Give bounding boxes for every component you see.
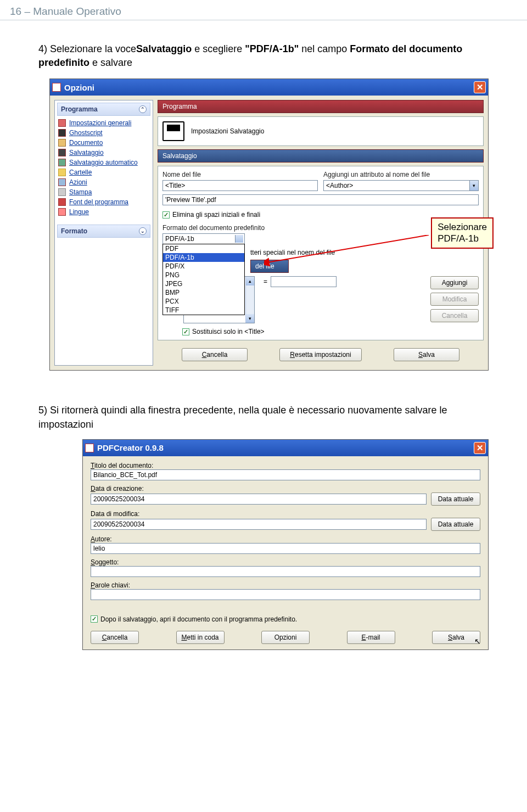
formato-opt-pdf[interactable]: PDF	[163, 244, 244, 253]
formato-current[interactable]: PDF/A-1b	[162, 233, 245, 244]
formato-opt-pdfa1b[interactable]: PDF/A-1b	[163, 253, 244, 262]
ghost-icon	[58, 129, 66, 137]
resetta-button[interactable]: Resetta impostazioni	[279, 348, 362, 361]
sidebar-item-font[interactable]: Font del programma	[57, 197, 150, 207]
sidebar-item-salvataggio[interactable]: Salvataggio	[57, 148, 150, 158]
app-icon	[85, 444, 94, 452]
formato-dropdown-list[interactable]: PDF PDF/A-1b PDF/X PNG JPEG BMP PCX TIFF	[162, 244, 245, 315]
callout-selezionare: Selezionare PDF/A-1b	[431, 217, 494, 249]
salva-button[interactable]: Salva	[394, 348, 459, 361]
nome-file-label: Nome del file	[162, 171, 318, 178]
close-icon[interactable]: ✕	[474, 442, 486, 454]
save-icon	[58, 149, 66, 156]
formato-opt-jpeg[interactable]: JPEG	[163, 279, 244, 288]
bold-pdfa: "PDF/A-1b"	[245, 43, 299, 54]
autosave-icon	[58, 159, 66, 166]
data-attuale-button-2[interactable]: Data attuale	[431, 518, 480, 531]
preview-input[interactable]	[162, 194, 479, 205]
bold-salvataggio: Salvataggio	[136, 43, 192, 54]
formato-label: Formato del documento predefinito	[162, 224, 265, 232]
email-button[interactable]: E-mail	[347, 631, 395, 644]
autore-input[interactable]	[91, 543, 480, 554]
page-header: 16 – Manuale Operativo	[0, 0, 527, 20]
sidebar-item-cartelle[interactable]: Cartelle	[57, 167, 150, 177]
datamod-label: Data di modifica:	[91, 510, 139, 518]
chevron-down-icon[interactable]: ▾	[469, 181, 478, 191]
equals-label: =	[264, 278, 267, 285]
settings-icon	[58, 119, 66, 127]
panel-imp-salvataggio: Impostazioni Salvataggio	[158, 116, 484, 146]
sidebar-item-imp-generali[interactable]: Impostazioni generali	[57, 118, 150, 128]
sidebar-section-programma[interactable]: Programma ⌃	[57, 103, 150, 116]
sidebar-item-documento[interactable]: Documento	[57, 138, 150, 148]
disk-icon	[162, 121, 184, 141]
bottom-buttons: Cancella Resetta impostazioni Salva	[158, 344, 484, 366]
datacr-label: Data di creazione:	[91, 485, 144, 492]
print-icon	[58, 188, 66, 196]
cancella-button[interactable]: Cancella	[91, 631, 139, 644]
folder-icon	[58, 169, 66, 176]
scroll-up-icon[interactable]: ▴	[246, 277, 254, 285]
soggetto-input[interactable]	[91, 566, 480, 577]
replace-with-input[interactable]	[271, 276, 337, 287]
sidebar-item-ghostscript[interactable]: Ghostscript	[57, 128, 150, 138]
titolo-input[interactable]	[91, 469, 480, 480]
chevron-up-icon[interactable]: ⌃	[139, 105, 147, 113]
titlebar: PDFCreator 0.9.8 ✕	[83, 440, 488, 456]
aggiungi-button[interactable]: Aggiungi	[430, 276, 479, 289]
formato-opt-bmp[interactable]: BMP	[163, 288, 244, 297]
chevron-down-icon[interactable]: ⌄	[139, 227, 147, 235]
parole-input[interactable]	[91, 589, 480, 600]
soggetto-label: Soggetto:	[91, 558, 119, 566]
formato-opt-pcx[interactable]: PCX	[163, 297, 244, 306]
chk-dopo-salvataggio[interactable]: ✓ Dopo il salvataggio, apri il documento…	[91, 615, 480, 623]
window-title: PDFCreator 0.9.8	[97, 443, 164, 452]
autore-label: Autore:	[91, 535, 112, 543]
metti-in-coda-button[interactable]: Metti in coda	[176, 631, 225, 644]
aggiungi-attr-select[interactable]	[323, 180, 479, 191]
sidebar-item-lingue[interactable]: Lingue	[57, 207, 150, 217]
actions-icon	[58, 178, 66, 186]
app-icon	[52, 83, 61, 92]
close-icon[interactable]: ✕	[474, 81, 486, 93]
sidebar-item-stampa[interactable]: Stampa	[57, 187, 150, 197]
datamod-input[interactable]	[91, 519, 427, 530]
scrollbar[interactable]: ▴ ▾	[245, 277, 254, 323]
parole-label: Parole chiavi:	[91, 581, 130, 589]
cancella-button[interactable]: Cancella	[182, 348, 248, 361]
chk-sostituisci[interactable]: ✓ Sostituisci solo in <Title>	[182, 328, 479, 335]
formato-opt-tiff[interactable]: TIFF	[163, 306, 244, 315]
sidebar: Programma ⌃ Impostazioni generali Ghosts…	[54, 100, 153, 366]
panel-header-salvataggio: Salvataggio	[158, 149, 484, 163]
window-title: Opzioni	[64, 83, 94, 92]
opzioni-button[interactable]: Opzioni	[261, 631, 310, 644]
modifica-button[interactable]: Modifica	[430, 293, 479, 306]
options-window: Opzioni ✕ Programma ⌃ Impostazioni gener…	[49, 79, 489, 371]
formato-opt-pdfx[interactable]: PDF/X	[163, 262, 244, 271]
cancella-sost-button[interactable]: Cancella	[430, 309, 479, 322]
titlebar: Opzioni ✕	[50, 79, 488, 96]
aggiungi-attr-label: Aggiungi un attributo al nome del file	[323, 171, 479, 178]
sidebar-item-salv-auto[interactable]: Salvataggio automatico	[57, 158, 150, 167]
sidebar-item-azioni[interactable]: Azioni	[57, 177, 150, 187]
instruction-4: 4) Selezionare la voce Salvataggio e sce…	[0, 20, 527, 75]
panel-header-programma: Programma	[158, 100, 484, 113]
formato-select[interactable]: PDF/A-1b PDF PDF/A-1b PDF/X PNG JPEG BMP…	[162, 233, 245, 244]
titolo-label: Titolo del documento:	[91, 462, 153, 469]
data-attuale-button[interactable]: Data attuale	[431, 492, 480, 506]
partial-caratteri-label: tteri speciali nel noem del file	[250, 249, 479, 256]
formato-opt-png[interactable]: PNG	[163, 271, 244, 279]
scroll-down-icon[interactable]: ▾	[246, 314, 254, 323]
salva-button[interactable]: Salva ↖	[432, 631, 480, 644]
nome-file-input[interactable]	[162, 180, 318, 191]
sidebar-section-formato[interactable]: Formato ⌄	[57, 225, 150, 238]
document-icon	[58, 139, 66, 147]
pdfcreator-window: PDFCreator 0.9.8 ✕ Titolo del documento:…	[82, 439, 489, 650]
checkbox-icon[interactable]: ✓	[91, 615, 98, 623]
panel-sost: del file	[250, 260, 289, 273]
datacr-input[interactable]	[91, 494, 427, 505]
checkbox-icon[interactable]: ✓	[162, 211, 170, 219]
font-icon	[58, 198, 66, 206]
list-number: 4) Selezionare la voce	[38, 42, 136, 56]
checkbox-icon[interactable]: ✓	[182, 328, 189, 335]
